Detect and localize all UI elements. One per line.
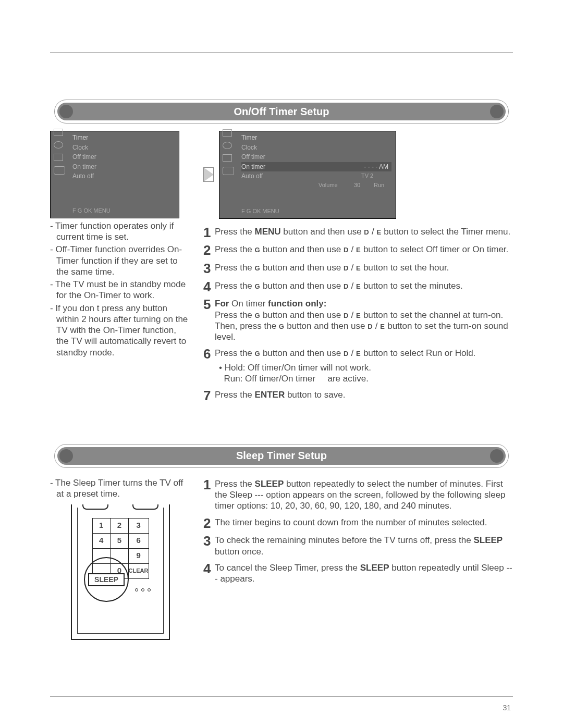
section2-title: Sleep Timer Setup (236, 449, 327, 462)
step-sub: • Hold: Off timer/On timer will not work… (219, 362, 513, 373)
osd-right-footer: F G OK MENU (219, 206, 396, 218)
note-item: Timer function operates only if current … (50, 220, 191, 243)
key-6: 6 (128, 533, 149, 549)
step-text: To check the remaining minutes before th… (215, 535, 513, 557)
section1-header: On/Off Timer Setup (54, 100, 509, 124)
osd-icon (54, 141, 63, 149)
bottom-rule (50, 696, 513, 697)
osd-icon (54, 129, 63, 136)
osd-left-item: Off timer (72, 152, 175, 162)
note-item: The TV must be in standby mode for the O… (50, 279, 191, 301)
key-3: 3 (128, 518, 149, 534)
sleep-highlight-circle: SLEEP (84, 557, 129, 602)
step-text: The timer begins to count down from the … (215, 517, 513, 528)
osd-val: TV 2 (361, 172, 388, 180)
osd-left-item: On timer (72, 162, 175, 171)
osd-icon (223, 154, 232, 162)
osd-left: Timer Clock Off timer On timer Auto off … (50, 131, 179, 218)
osd-val: Run (374, 181, 388, 189)
osd-left-item: Auto off (72, 171, 175, 181)
note-item: If you don t press any button within 2 h… (50, 303, 191, 358)
osd-right: Timer Clock Off timer On timer - - - - A… (219, 131, 396, 219)
section1-title: On/Off Timer Setup (234, 105, 329, 118)
key-4: 4 (92, 533, 111, 549)
sleep-label: SLEEP (88, 573, 125, 587)
step-text: Press the SLEEP button repeatedly to sel… (215, 478, 513, 512)
osd-left-item: Clock (72, 143, 175, 152)
osd-icon (223, 129, 232, 137)
section2-notes: The Sleep Timer turns the TV off at a pr… (50, 477, 191, 500)
section2-steps: 1 Press the SLEEP button repeatedly to s… (203, 478, 513, 584)
osd-icon (54, 154, 63, 161)
step-text: For On timer function only: Press the G … (215, 298, 513, 342)
step-text: Press the G button and then use D / E bu… (215, 244, 513, 255)
osd-right-title: Timer (241, 133, 391, 142)
osd-val: 30 (354, 181, 365, 189)
osd-sel-val: - - - - AM (364, 163, 388, 171)
section2-body: The Sleep Timer turns the TV off at a pr… (50, 475, 513, 640)
key-9: 9 (128, 548, 149, 564)
step-text: To cancel the Sleep Timer, press the SLE… (215, 562, 513, 585)
osd-sel-label: On timer (241, 163, 265, 171)
section1-notes: Timer function operates only if current … (50, 220, 191, 358)
section1-body: Timer Clock Off timer On timer Auto off … (50, 131, 513, 408)
osd-left-footer: F G OK MENU (51, 206, 179, 218)
key-1: 1 (92, 518, 111, 534)
step-sub: Run: Off timer/On timer are active. (219, 373, 513, 384)
key-5: 5 (110, 533, 129, 549)
key-2: 2 (110, 518, 129, 534)
key-clear: CLEAR (128, 563, 149, 579)
osd-val: Volume (319, 181, 346, 189)
osd-right-item: Clock (241, 143, 391, 152)
note-item: Off-Timer function overrides On-Timer fu… (50, 244, 191, 277)
step-text: Press the MENU button and then use D / E… (215, 226, 513, 237)
step-text: Press the G button and then use D / E bu… (215, 280, 513, 291)
osd-right-item-selected: On timer - - - - AM (241, 162, 391, 171)
osd-icon (223, 142, 232, 149)
step-text: Press the G button and then use D / E bu… (215, 262, 513, 273)
osd-icon (54, 166, 65, 175)
step-text: Press the ENTER button to save. (215, 389, 513, 400)
section2-header: Sleep Timer Setup (54, 444, 509, 468)
section1-steps: 1 Press the MENU button and then use D /… (203, 226, 513, 402)
osd-right-item: Auto off (241, 171, 361, 181)
remote-diagram: 1 2 3 4 5 6 9 0 CLEAR SLEEP (71, 504, 170, 640)
osd-left-title: Timer (72, 133, 175, 142)
top-rule (50, 52, 513, 53)
page-number: 31 (503, 704, 511, 713)
arrow-right-icon (203, 167, 214, 182)
osd-right-item: Off timer (241, 152, 391, 162)
osd-icon (223, 167, 234, 175)
step-text: Press the G button and then use D / E bu… (215, 348, 513, 384)
note-item: The Sleep Timer turns the TV off at a pr… (50, 477, 191, 500)
dots-icon (135, 588, 151, 591)
